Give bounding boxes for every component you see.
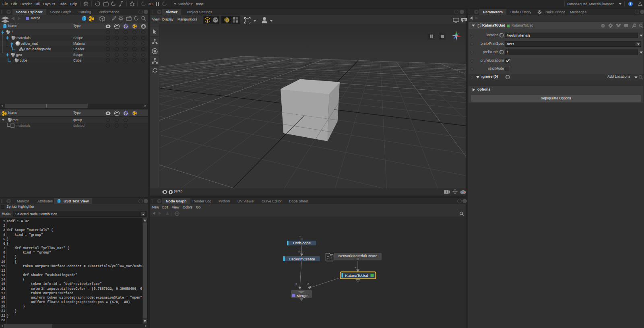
svg-text:UsdScope: UsdScope [293,241,311,245]
svg-text:KatanaToUsd: KatanaToUsd [345,273,368,278]
svg-text:o: o [295,283,298,285]
svg-text:in: in [297,250,301,253]
svg-text:Merge: Merge [297,293,308,298]
svg-text:o: o [298,235,301,238]
svg-text:s: s [354,266,357,269]
svg-text:NetworkMaterialCreate: NetworkMaterialCreate [338,254,377,258]
svg-text:?: ? [602,25,604,27]
svg-text:i1: i1 [306,282,310,285]
svg-text:UsdPrimCreate: UsdPrimCreate [289,257,315,261]
